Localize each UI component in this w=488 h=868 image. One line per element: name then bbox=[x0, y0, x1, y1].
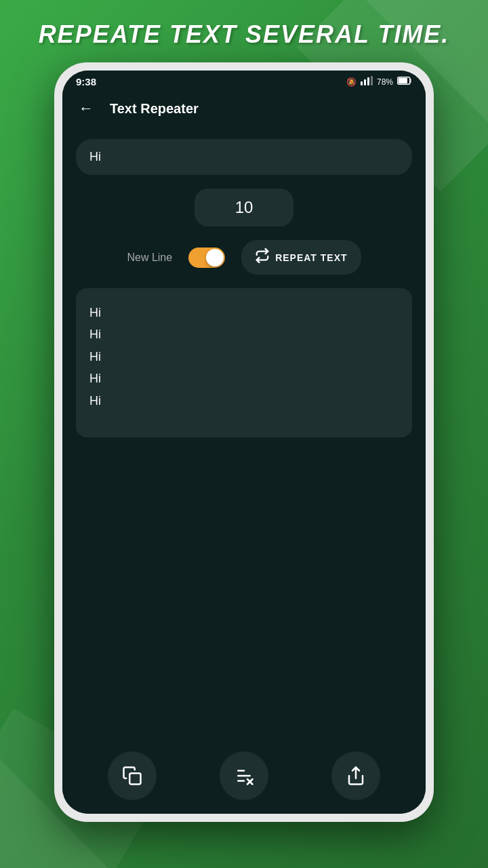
svg-rect-3 bbox=[371, 76, 373, 85]
toolbar: ← Text Repeater bbox=[62, 90, 426, 128]
status-bar: 9:38 🔕 78% bbox=[62, 71, 426, 90]
banner-title: REPEATE TEXT SEVERAL TIME. bbox=[39, 20, 450, 49]
new-line-label: New Line bbox=[127, 252, 172, 264]
copy-button[interactable] bbox=[108, 751, 157, 800]
back-button[interactable]: ← bbox=[73, 97, 99, 120]
phone-screen: 9:38 🔕 78% bbox=[62, 71, 426, 814]
text-input[interactable] bbox=[89, 150, 399, 164]
repeat-icon bbox=[255, 248, 270, 267]
toggle-knob bbox=[206, 249, 224, 267]
output-line-1: Hi bbox=[89, 302, 399, 323]
svg-rect-5 bbox=[399, 78, 407, 83]
status-time: 9:38 bbox=[76, 76, 96, 87]
number-display: 10 bbox=[76, 189, 412, 226]
output-line-3: Hi bbox=[89, 346, 399, 368]
repeat-count-value: 10 bbox=[235, 198, 253, 216]
bottom-actions bbox=[62, 745, 426, 814]
controls-row: New Line REPEAT TEXT bbox=[76, 240, 412, 275]
repeat-count-box[interactable]: 10 bbox=[195, 189, 294, 226]
clear-format-icon bbox=[234, 766, 254, 786]
share-button[interactable] bbox=[331, 751, 380, 800]
output-area: Hi Hi Hi Hi Hi bbox=[76, 288, 412, 437]
phone-frame: 9:38 🔕 78% bbox=[54, 62, 434, 822]
share-icon bbox=[346, 766, 366, 786]
text-input-container[interactable] bbox=[76, 139, 412, 175]
svg-rect-2 bbox=[367, 77, 369, 85]
new-line-toggle[interactable] bbox=[188, 248, 225, 268]
toolbar-title: Text Repeater bbox=[110, 101, 199, 117]
output-line-2: Hi bbox=[89, 323, 399, 345]
svg-rect-6 bbox=[129, 773, 140, 784]
status-icons: 🔕 78% bbox=[346, 76, 412, 87]
svg-rect-1 bbox=[364, 79, 366, 85]
svg-rect-0 bbox=[361, 81, 363, 85]
repeat-text-button[interactable]: REPEAT TEXT bbox=[241, 240, 361, 275]
battery-icon bbox=[397, 77, 412, 87]
mute-icon: 🔕 bbox=[346, 77, 357, 87]
battery-percent: 78% bbox=[377, 77, 393, 87]
signal-icon bbox=[361, 76, 373, 87]
clear-format-button[interactable] bbox=[220, 751, 268, 800]
main-content: 10 New Line bbox=[62, 128, 426, 745]
output-line-4: Hi bbox=[89, 368, 399, 389]
output-line-5: Hi bbox=[89, 390, 399, 412]
copy-icon bbox=[122, 766, 142, 786]
repeat-button-label: REPEAT TEXT bbox=[275, 252, 347, 263]
